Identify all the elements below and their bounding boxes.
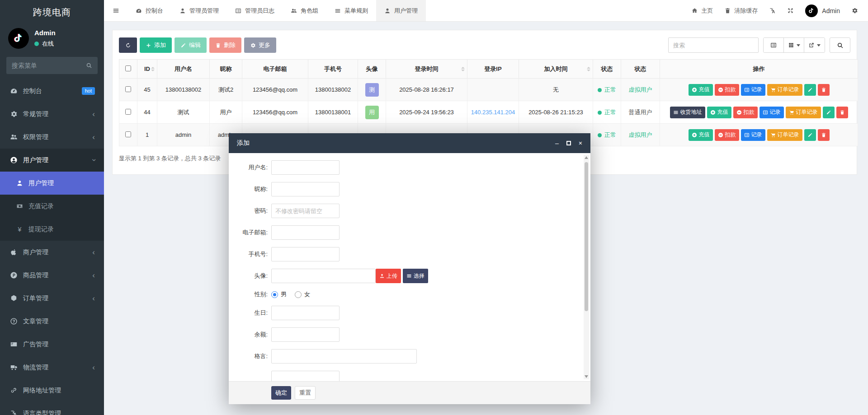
row-checkbox[interactable] [125, 86, 131, 92]
field-label: 性别: [229, 290, 268, 298]
choose-button[interactable]: 选择 [403, 269, 428, 283]
cell-select [119, 101, 137, 124]
password-field[interactable] [271, 204, 340, 218]
cell-select [119, 124, 137, 146]
tab-admin-log[interactable]: 管理员日志 [227, 0, 283, 21]
row-checkbox[interactable] [125, 109, 131, 115]
form-row-birthday: 生日: [229, 306, 590, 320]
sidebar-item-dashboard[interactable]: 控制台hot [0, 79, 104, 103]
tab-user-manage[interactable]: 用户管理 [376, 0, 426, 21]
add-button[interactable]: 添加 [140, 37, 172, 53]
op-edit-button[interactable] [804, 129, 816, 141]
op-recharge-button[interactable]: 充值 [689, 129, 713, 141]
birthday-field[interactable] [271, 306, 340, 320]
sidebar-item-order[interactable]: 订单管理‹ [0, 287, 104, 310]
export-button[interactable] [804, 38, 825, 52]
sort-icon[interactable] [151, 67, 155, 71]
op-deduct-button[interactable]: 扣款 [715, 129, 739, 141]
delete-button[interactable]: 删除 [209, 37, 241, 53]
sidebar-item-merchant[interactable]: 商户管理‹ [0, 241, 104, 264]
column-header-logintime[interactable]: 登录时间 [386, 60, 467, 79]
avatar: 用 [365, 106, 379, 119]
sidebar-item-network[interactable]: 网络地址管理 [0, 379, 104, 402]
nickname-field[interactable] [271, 182, 340, 196]
op-address-button[interactable]: 收货地址 [670, 107, 705, 118]
sidebar-item-recharge-records[interactable]: 充值记录 [0, 195, 104, 218]
op-delete-button[interactable] [818, 129, 830, 141]
mobile-field[interactable] [271, 247, 340, 261]
avatar-field[interactable] [271, 269, 376, 283]
clear-cache-link[interactable]: 清除缓存 [724, 7, 758, 15]
scroll-down-icon[interactable] [585, 375, 588, 378]
login-ip-link[interactable]: 140.235.141.204 [471, 109, 515, 116]
op-records-button[interactable]: 记录 [760, 107, 784, 118]
fullscreen-button[interactable] [787, 7, 794, 14]
caret-down-icon [797, 44, 800, 47]
op-recharge-button[interactable]: 充值 [707, 107, 731, 118]
extra-field[interactable] [271, 371, 340, 381]
motto-field[interactable] [271, 349, 417, 364]
modal-scrollbar[interactable] [584, 155, 589, 379]
more-button[interactable]: 更多 [244, 37, 276, 53]
op-records-button[interactable]: 记录 [741, 129, 765, 141]
select-all-checkbox[interactable] [125, 65, 131, 71]
hamburger-button[interactable] [104, 0, 127, 21]
balance-field[interactable] [271, 327, 340, 342]
op-orders-button[interactable]: 订单记录 [767, 129, 802, 141]
sort-icon[interactable] [587, 67, 590, 71]
sort-icon[interactable] [461, 67, 465, 71]
op-edit-button[interactable] [823, 107, 835, 118]
op-edit-button[interactable] [804, 84, 816, 96]
translate-button[interactable] [769, 7, 776, 14]
upload-button[interactable]: 上传 [376, 269, 401, 283]
refresh-button[interactable] [119, 37, 137, 53]
op-deduct-button[interactable]: 扣款 [715, 84, 739, 96]
op-orders-button[interactable]: 订单记录 [767, 84, 802, 96]
column-header-id[interactable]: ID [137, 60, 157, 79]
sidebar-item-product[interactable]: 商品管理‹ [0, 264, 104, 287]
columns-button[interactable] [784, 38, 804, 52]
op-orders-button[interactable]: 订单记录 [786, 107, 821, 118]
menu-search [6, 57, 98, 74]
sidebar-item-logistics[interactable]: 物流管理‹ [0, 356, 104, 379]
username-field[interactable] [271, 160, 340, 175]
reset-button[interactable]: 重置 [295, 386, 316, 400]
form-row-avatar: 头像:上传选择 [229, 269, 590, 283]
sidebar-item-article[interactable]: 文章管理 [0, 310, 104, 333]
sidebar-item-user-manage[interactable]: 用户管理 [0, 172, 104, 195]
sidebar-item-language[interactable]: 语言类型管理 [0, 402, 104, 415]
op-delete-button[interactable] [836, 107, 848, 118]
detail-view-button[interactable] [764, 38, 784, 52]
home-link[interactable]: 主页 [691, 7, 713, 15]
op-recharge-button[interactable]: 充值 [689, 84, 713, 96]
tab-dashboard[interactable]: 控制台 [127, 0, 171, 21]
tab-menu-rule[interactable]: 菜单规则 [326, 0, 376, 21]
tab-admin-manage[interactable]: 管理员管理 [171, 0, 227, 21]
close-icon[interactable]: × [579, 140, 582, 146]
edit-button[interactable]: 编辑 [175, 37, 207, 53]
op-records-button[interactable]: 记录 [741, 84, 765, 96]
scrollbar-thumb[interactable] [585, 162, 588, 311]
settings-button[interactable] [851, 7, 858, 14]
op-delete-button[interactable] [818, 84, 830, 96]
search-button[interactable] [830, 37, 850, 53]
admin-menu[interactable]: Admin [805, 5, 840, 17]
sidebar-item-permission[interactable]: 权限管理‹ [0, 126, 104, 149]
tab-role-group[interactable]: 角色组 [283, 0, 326, 21]
radio-男[interactable]: 男 [271, 290, 287, 298]
sidebar-item-withdraw-records[interactable]: ¥提现记录 [0, 218, 104, 241]
row-checkbox[interactable] [125, 131, 131, 137]
sidebar-item-user-group[interactable]: 用户管理‹ [0, 149, 104, 172]
sidebar-item-general[interactable]: 常规管理‹ [0, 103, 104, 126]
email-field[interactable] [271, 225, 340, 240]
menu-search-input[interactable] [12, 62, 86, 69]
maximize-icon[interactable] [566, 141, 571, 145]
table-search-input[interactable] [668, 37, 759, 53]
column-header-jointime[interactable]: 加入时间 [519, 60, 593, 79]
radio-女[interactable]: 女 [295, 290, 310, 298]
confirm-button[interactable]: 确定 [271, 386, 291, 400]
scroll-up-icon[interactable] [585, 156, 588, 159]
minimize-icon[interactable]: – [555, 140, 559, 146]
op-deduct-button[interactable]: 扣款 [733, 107, 758, 118]
sidebar-item-ad[interactable]: 广告管理 [0, 333, 104, 356]
